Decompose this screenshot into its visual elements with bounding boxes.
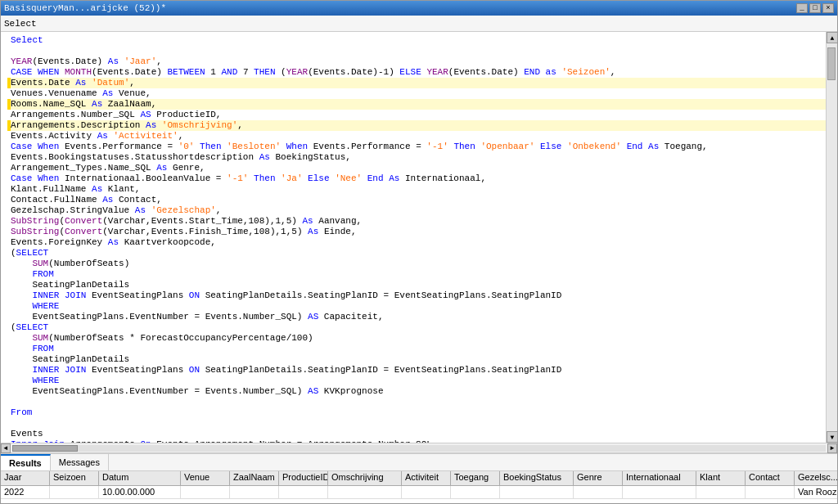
cell-zaalnaam [230, 486, 279, 498]
cell-omschrijving [328, 486, 402, 498]
code-line-30: FROM [7, 344, 826, 354]
code-line-6: Venues.Venuename As Venue, [7, 88, 826, 99]
tab-bar: Results Messages [1, 452, 837, 470]
cell-genre [574, 486, 623, 498]
code-line-15: Klant.FullName As Klant, [7, 184, 826, 195]
col-internationaal: Internationaal [623, 471, 696, 485]
horizontal-scrollbar[interactable]: ◄ ► [1, 443, 837, 452]
grid-row-1: 2022 10.00.00.000 Van Roozbol & Rozenm..… [1, 486, 837, 499]
code-line-28: (SELECT [7, 322, 826, 333]
scrollbar-thumb[interactable] [827, 47, 836, 80]
col-omschrijving: Omschrijving [328, 471, 402, 485]
scrollbar-track[interactable] [827, 43, 837, 431]
close-button[interactable]: × [822, 3, 834, 13]
tab-results[interactable]: Results [1, 454, 51, 470]
col-jaar: Jaar [1, 471, 50, 485]
code-line-1: Select [7, 35, 826, 46]
code-line-9: Arrangements.Description As 'Omschrijvin… [7, 120, 826, 131]
code-content: Select YEAR(Events.Date) As 'Jaar', CASE… [1, 35, 826, 443]
main-content: Select YEAR(Events.Date) As 'Jaar', CASE… [1, 32, 837, 443]
code-line-31: SeatingPlanDetails [7, 354, 826, 365]
col-klant: Klant [696, 471, 746, 485]
cell-internationaal [623, 486, 696, 498]
cell-boekingstatus [500, 486, 574, 498]
h-scrollbar-thumb[interactable] [12, 445, 78, 452]
cell-venue [181, 486, 230, 498]
code-line-21: (SELECT [7, 248, 826, 259]
scroll-left-button[interactable]: ◄ [1, 443, 11, 453]
code-line-27: EventSeatingPlans.EventNumber = Events.N… [7, 312, 826, 322]
main-window: BasisqueryMan...arijcke (52))* _ □ × Sel… [0, 0, 838, 504]
vertical-scrollbar[interactable]: ▲ ▼ [826, 32, 837, 443]
col-contact: Contact [746, 471, 795, 485]
tab-messages-label: Messages [59, 457, 100, 467]
code-line-2 [7, 46, 826, 56]
code-line-13: Arrangement_Types.Name_SQL As Genre, [7, 163, 826, 173]
code-line-7: Rooms.Name_SQL As ZaalNaam, [7, 99, 826, 110]
col-activiteit: Activiteit [402, 471, 451, 485]
code-line-8: Arrangements.Number_SQL AS ProductieID, [7, 110, 826, 120]
code-line-11: Case When Events.Performance = '0' Then … [7, 142, 826, 152]
scroll-right-button[interactable]: ► [827, 443, 837, 453]
code-line-4: CASE WHEN MONTH(Events.Date) BETWEEN 1 A… [7, 67, 826, 78]
code-line-37 [7, 418, 826, 429]
toolbar: Select [1, 16, 837, 32]
code-line-10: Events.Activity As 'Activiteit', [7, 131, 826, 142]
col-seizoen: Seizoen [50, 471, 99, 485]
code-line-3: YEAR(Events.Date) As 'Jaar', [7, 56, 826, 67]
title-bar-controls: _ □ × [796, 3, 834, 13]
code-line-12: Events.Bookingstatuses.Statusshortdescri… [7, 152, 826, 163]
scroll-down-button[interactable]: ▼ [827, 431, 837, 443]
code-line-17: Gezelschap.StringValue As 'Gezelschap', [7, 205, 826, 216]
grid-header: Jaar Seizoen Datum Venue ZaalNaam Produc… [1, 471, 837, 486]
cell-contact [746, 486, 795, 498]
col-datum: Datum [99, 471, 181, 485]
code-line-20: Events.ForeignKey As Kaartverkoopcode, [7, 237, 826, 248]
cell-klant [696, 486, 746, 498]
code-line-18: SubString(Convert(Varchar,Events.Start_T… [7, 216, 826, 227]
code-editor[interactable]: Select YEAR(Events.Date) As 'Jaar', CASE… [1, 32, 826, 443]
code-line-14: Case When Internationaal.BooleanValue = … [7, 173, 826, 184]
cell-activiteit [402, 486, 451, 498]
col-productieid: ProductieID [279, 471, 328, 485]
title-bar: BasisqueryMan...arijcke (52))* _ □ × [1, 1, 837, 16]
code-line-29: SUM(NumberOfSeats * ForecastOccupancyPer… [7, 333, 826, 344]
cell-productieid [279, 486, 328, 498]
code-line-36: From [7, 407, 826, 418]
code-line-34: EventSeatingPlans.EventNumber = Events.N… [7, 386, 826, 397]
bottom-section: ◄ ► Results Messages Jaar Seizoen Datum … [1, 443, 837, 503]
col-zaalnaam: ZaalNaam [230, 471, 279, 485]
results-grid: Jaar Seizoen Datum Venue ZaalNaam Produc… [1, 470, 837, 503]
code-line-26: WHERE [7, 301, 826, 312]
code-line-38: Events [7, 429, 826, 439]
col-gezelsc: Gezelsc... [795, 471, 837, 485]
cell-gezelsc: Van Roozbol & Rozenm... [795, 486, 837, 498]
maximize-button[interactable]: □ [809, 3, 821, 13]
col-toegang: Toegang [451, 471, 500, 485]
col-boekingstatus: BoekingStatus [500, 471, 574, 485]
code-line-32: INNER JOIN EventSeatingPlans ON SeatingP… [7, 365, 826, 376]
h-scrollbar-track[interactable] [12, 445, 826, 452]
col-venue: Venue [181, 471, 230, 485]
code-line-25: INNER JOIN EventSeatingPlans ON SeatingP… [7, 290, 826, 301]
col-genre: Genre [574, 471, 623, 485]
code-line-5: Events.Date As 'Datum', [7, 78, 826, 88]
scroll-up-button[interactable]: ▲ [827, 32, 837, 43]
code-line-35 [7, 397, 826, 407]
minimize-button[interactable]: _ [796, 3, 808, 13]
tab-results-label: Results [9, 458, 42, 468]
cell-seizoen [50, 486, 99, 498]
code-line-16: Contact.FullName As Contact, [7, 195, 826, 205]
code-line-39: Inner Join Arrangements On Events.Arrang… [7, 439, 826, 443]
toolbar-label: Select [4, 19, 37, 29]
code-line-22: SUM(NumberOfSeats) [7, 259, 826, 269]
code-line-23: FROM [7, 269, 826, 280]
cell-jaar: 2022 [1, 486, 50, 498]
tab-messages[interactable]: Messages [51, 454, 109, 470]
cell-toegang [451, 486, 500, 498]
code-line-33: WHERE [7, 376, 826, 386]
cell-datum: 10.00.00.000 [99, 486, 181, 498]
code-line-19: SubString(Convert(Varchar,Events.Finish_… [7, 227, 826, 237]
code-line-24: SeatingPlanDetails [7, 280, 826, 290]
window-title: BasisqueryMan...arijcke (52))* [4, 3, 166, 13]
